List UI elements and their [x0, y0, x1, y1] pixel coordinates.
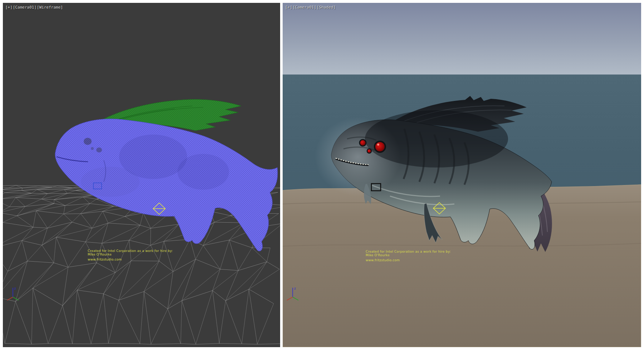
- world-axis-icon: z: [6, 285, 21, 301]
- viewport-label: [+][Camera01][Shaded]: [285, 5, 336, 10]
- shaded-scene: [283, 3, 641, 347]
- viewport-menu-camera[interactable]: [Camera01]: [293, 5, 316, 10]
- credit-line-2: Mike O'Rourke: [366, 253, 451, 257]
- axis-z-label: z: [294, 287, 296, 290]
- viewport-menu-plus[interactable]: [+]: [285, 5, 292, 10]
- fish-model-shaded[interactable]: [315, 96, 552, 252]
- credit-text: Created for Intel Corporation as a work …: [366, 250, 451, 262]
- viewport-menu-shading[interactable]: [Wireframe]: [37, 5, 63, 10]
- viewport-menu-camera[interactable]: [Camera01]: [13, 5, 36, 10]
- axis-z-label: z: [14, 287, 16, 290]
- viewport-shaded-pane[interactable]: [+][Camera01][Shaded]: [283, 3, 641, 347]
- credit-line-3: www.fritzstudio.com: [88, 258, 173, 261]
- credit-line-1: Created for Intel Corporation as a work …: [88, 249, 173, 253]
- viewport-menu-plus[interactable]: [+]: [5, 5, 13, 10]
- world-axis-icon: z: [286, 285, 301, 301]
- viewport-label: [+][Camera01][Wireframe]: [5, 5, 63, 10]
- viewport-menu-shading[interactable]: [Shaded]: [317, 5, 336, 10]
- viewport-frame: [+][Camera01][Wireframe]: [0, 0, 644, 350]
- fish-model-wireframe[interactable]: [55, 119, 278, 251]
- wireframe-scene: [3, 3, 280, 347]
- credit-text: Created for Intel Corporation as a work …: [88, 249, 173, 261]
- credit-line-1: Created for Intel Corporation as a work …: [366, 250, 451, 253]
- viewport-wireframe-pane[interactable]: [+][Camera01][Wireframe]: [3, 3, 280, 347]
- credit-line-2: Mike O'Rourke: [88, 253, 173, 256]
- credit-line-3: www.fritzstudio.com: [366, 258, 451, 262]
